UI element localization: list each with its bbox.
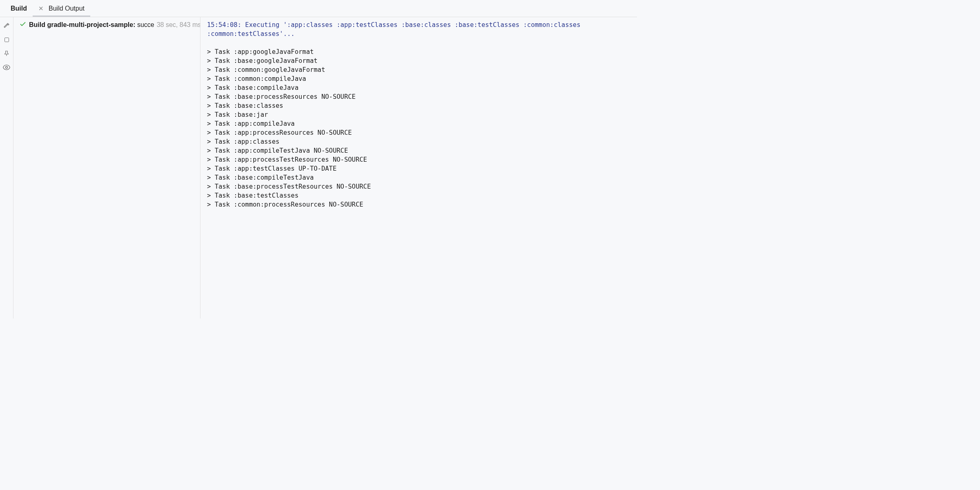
task-line: > Task :base:classes [207, 101, 634, 110]
tab-bar: Build ✕ Build Output [0, 0, 637, 17]
tab-output-label: Build Output [49, 5, 85, 12]
output-executing-header: 15:54:08: Executing ':app:classes :app:t… [207, 20, 634, 38]
task-line: > Task :app:processTestResources NO-SOUR… [207, 155, 634, 164]
toolbar [0, 17, 13, 318]
svg-point-2 [6, 67, 8, 69]
task-line: > Task :common:compileJava [207, 74, 634, 83]
task-line: > Task :app:processResources NO-SOURCE [207, 128, 634, 137]
task-line: > Task :base:compileJava [207, 83, 634, 92]
tab-build-output[interactable]: ✕ Build Output [33, 1, 90, 16]
task-line: > Task :app:testClasses UP-TO-DATE [207, 164, 634, 173]
build-tree-row[interactable]: Build gradle-multi-project-sample: succe… [19, 20, 200, 29]
pin-icon[interactable] [2, 49, 11, 58]
check-icon [19, 20, 27, 29]
task-line: > Task :base:testClasses [207, 191, 634, 200]
tab-build[interactable]: Build [5, 1, 33, 16]
build-tree-panel: Build gradle-multi-project-sample: succe… [13, 17, 200, 318]
task-line: > Task :base:googleJavaFormat [207, 56, 634, 65]
build-duration: 38 sec, 843 ms [157, 21, 200, 29]
task-list: > Task :app:googleJavaFormat> Task :base… [207, 47, 634, 209]
build-output-panel[interactable]: 15:54:08: Executing ':app:classes :app:t… [200, 17, 637, 318]
task-line: > Task :app:compileJava [207, 119, 634, 128]
task-line: > Task :app:classes [207, 137, 634, 146]
task-line: > Task :common:processResources NO-SOURC… [207, 200, 634, 209]
tab-build-label: Build [11, 5, 27, 12]
hammer-icon[interactable] [2, 21, 11, 30]
task-line: > Task :base:processResources NO-SOURCE [207, 92, 634, 101]
stop-icon[interactable] [2, 35, 11, 44]
main-area: Build gradle-multi-project-sample: succe… [0, 17, 637, 318]
svg-rect-0 [4, 38, 9, 42]
eye-icon[interactable] [2, 63, 11, 72]
task-line: > Task :app:googleJavaFormat [207, 47, 634, 56]
task-line: > Task :app:compileTestJava NO-SOURCE [207, 146, 634, 155]
close-icon[interactable]: ✕ [38, 5, 44, 12]
task-line: > Task :base:compileTestJava [207, 173, 634, 182]
build-label: Build gradle-multi-project-sample: succe [29, 21, 154, 29]
task-line: > Task :base:processTestResources NO-SOU… [207, 182, 634, 191]
task-line: > Task :base:jar [207, 110, 634, 119]
task-line: > Task :common:googleJavaFormat [207, 65, 634, 74]
